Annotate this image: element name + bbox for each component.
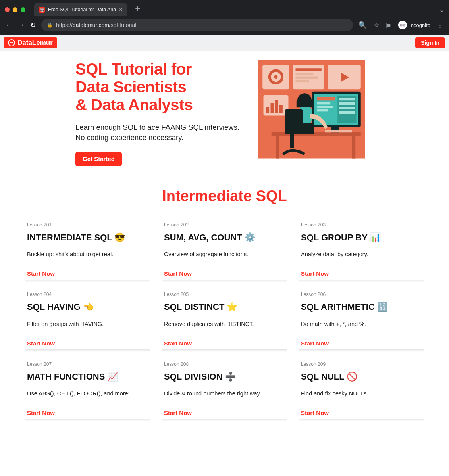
start-now-link[interactable]: Start Now	[164, 409, 192, 416]
brand-name: DataLemur	[17, 39, 53, 47]
lesson-title: SQL NULL 🚫	[301, 372, 422, 382]
tab-close-icon[interactable]: ×	[119, 6, 122, 13]
brand-logo[interactable]: DataLemur	[4, 37, 57, 48]
svg-rect-14	[275, 100, 278, 113]
lesson-description: Divide & round numbers the right way.	[164, 390, 285, 398]
extensions-icon[interactable]: ▣	[385, 21, 392, 29]
window-minimize-button[interactable]	[13, 7, 17, 12]
svg-rect-22	[317, 102, 331, 105]
svg-rect-29	[339, 111, 355, 114]
svg-rect-36	[290, 134, 294, 148]
lesson-label: Lesson 208	[164, 361, 285, 367]
lesson-description: Overview of aggregate functions.	[164, 251, 285, 259]
lesson-title: SQL GROUP BY 📊	[301, 232, 422, 242]
hero-text: SQL Tutorial for Data Scientists & Data …	[75, 60, 246, 166]
hero-subtitle: Learn enough SQL to ace FAANG SQL interv…	[75, 122, 246, 143]
start-now-link[interactable]: Start Now	[27, 340, 55, 347]
svg-rect-27	[339, 102, 355, 105]
browser-chrome: 🦝 Free SQL Tutorial for Data Ana × + ⌄ ←…	[0, 0, 449, 35]
tab-title: Free SQL Tutorial for Data Ana	[48, 7, 116, 12]
lesson-description: Remove duplicates with DISTINCT.	[164, 321, 285, 329]
lesson-title: SQL HAVING 👈	[27, 302, 148, 312]
address-bar[interactable]: 🔒 https://datalemur.com/sql-tutorial	[41, 19, 353, 31]
hero: SQL Tutorial for Data Scientists & Data …	[0, 51, 449, 170]
url-prefix: https://	[56, 22, 73, 28]
hero-title-line3: & Data Analysts	[75, 96, 193, 113]
url-text: https://datalemur.com/sql-tutorial	[56, 22, 136, 28]
svg-rect-35	[285, 109, 303, 134]
lesson-title: SQL DISTINCT ⭐	[164, 302, 285, 312]
lesson-label: Lesson 206	[301, 292, 422, 297]
svg-rect-24	[317, 109, 328, 112]
url-path: /sql-tutorial	[109, 22, 136, 28]
bookmark-star-icon[interactable]: ☆	[373, 21, 379, 29]
lesson-label: Lesson 201	[27, 222, 148, 228]
lesson-card: Lesson 206SQL ARITHMETIC 🔢Do math with +…	[299, 290, 424, 349]
url-domain: datalemur.com	[73, 22, 109, 28]
lesson-card: Lesson 209SQL NULL 🚫Find and fix pesky N…	[299, 360, 424, 419]
lesson-description: Buckle up: shit's about to get real.	[27, 251, 148, 259]
lesson-description: Filter on groups with HAVING.	[27, 321, 148, 329]
browser-titlebar: 🦝 Free SQL Tutorial for Data Ana × + ⌄	[0, 0, 449, 17]
lesson-description: Find and fix pesky NULLs.	[301, 390, 422, 398]
tab-favicon-icon: 🦝	[39, 7, 45, 13]
lessons-grid: Lesson 201INTERMEDIATE SQL 😎Buckle up: s…	[0, 205, 449, 431]
nav-forward-button[interactable]: →	[18, 21, 25, 29]
tabs-dropdown-icon[interactable]: ⌄	[439, 6, 444, 13]
svg-rect-12	[266, 107, 269, 113]
hero-illustration	[258, 60, 365, 159]
browser-toolbar: ← → ↻ 🔒 https://datalemur.com/sql-tutori…	[0, 17, 449, 35]
window-close-button[interactable]	[5, 7, 10, 12]
lesson-description: Analyze data, by category.	[301, 251, 422, 259]
get-started-button[interactable]: Get Started	[75, 152, 122, 166]
svg-rect-8	[296, 80, 309, 83]
browser-tab[interactable]: 🦝 Free SQL Tutorial for Data Ana ×	[34, 3, 127, 16]
start-now-link[interactable]: Start Now	[301, 340, 329, 347]
lesson-title: SQL ARITHMETIC 🔢	[301, 302, 422, 312]
svg-rect-13	[271, 103, 274, 113]
svg-rect-31	[325, 130, 352, 133]
svg-point-3	[274, 75, 278, 79]
new-tab-button[interactable]: +	[135, 4, 140, 14]
site-search-icon[interactable]: 🔍	[358, 21, 367, 29]
lesson-label: Lesson 203	[301, 222, 422, 228]
lesson-title: INTERMEDIATE SQL 😎	[27, 232, 148, 242]
incognito-indicator: 👓 Incognito	[398, 21, 430, 29]
nav-back-button[interactable]: ←	[6, 21, 12, 29]
hero-title-line1: SQL Tutorial for	[75, 60, 192, 78]
lesson-card: Lesson 203SQL GROUP BY 📊Analyze data, by…	[299, 221, 424, 280]
start-now-link[interactable]: Start Now	[301, 270, 329, 277]
sign-in-button[interactable]: Sign In	[415, 37, 445, 48]
start-now-link[interactable]: Start Now	[27, 409, 55, 416]
svg-rect-34	[301, 123, 314, 134]
lesson-card: Lesson 204SQL HAVING 👈Filter on groups w…	[25, 290, 150, 349]
start-now-link[interactable]: Start Now	[164, 340, 192, 347]
start-now-link[interactable]: Start Now	[301, 409, 329, 416]
window-maximize-button[interactable]	[21, 7, 25, 12]
hero-title-line2: Data Scientists	[75, 78, 186, 96]
lesson-title: SQL DIVISION ➗	[164, 372, 285, 382]
start-now-link[interactable]: Start Now	[164, 270, 192, 277]
lesson-label: Lesson 202	[164, 222, 285, 228]
incognito-label: Incognito	[409, 22, 430, 28]
svg-rect-15	[279, 105, 283, 113]
svg-rect-7	[296, 77, 318, 79]
lock-icon: 🔒	[47, 22, 53, 28]
hero-title: SQL Tutorial for Data Scientists & Data …	[75, 60, 246, 113]
lesson-description: Use ABS(), CEIL(), FLOOR(), and more!	[27, 390, 148, 398]
svg-rect-26	[339, 98, 355, 101]
lesson-label: Lesson 209	[301, 361, 422, 367]
site-header: DataLemur Sign In	[0, 35, 449, 51]
lesson-card: Lesson 207MATH FUNCTIONS 📈Use ABS(), CEI…	[25, 360, 150, 419]
lesson-title: MATH FUNCTIONS 📈	[27, 372, 148, 382]
lesson-label: Lesson 205	[164, 292, 285, 297]
svg-rect-23	[317, 106, 333, 108]
lesson-card: Lesson 201INTERMEDIATE SQL 😎Buckle up: s…	[25, 221, 150, 280]
kebab-menu-icon[interactable]: ⋮	[437, 21, 443, 29]
start-now-link[interactable]: Start Now	[27, 270, 55, 277]
svg-rect-6	[296, 73, 314, 75]
toolbar-right: 🔍 ☆ ▣ 👓 Incognito ⋮	[358, 21, 443, 29]
nav-reload-button[interactable]: ↻	[30, 21, 36, 29]
svg-rect-17	[276, 136, 279, 158]
svg-rect-28	[339, 107, 355, 109]
